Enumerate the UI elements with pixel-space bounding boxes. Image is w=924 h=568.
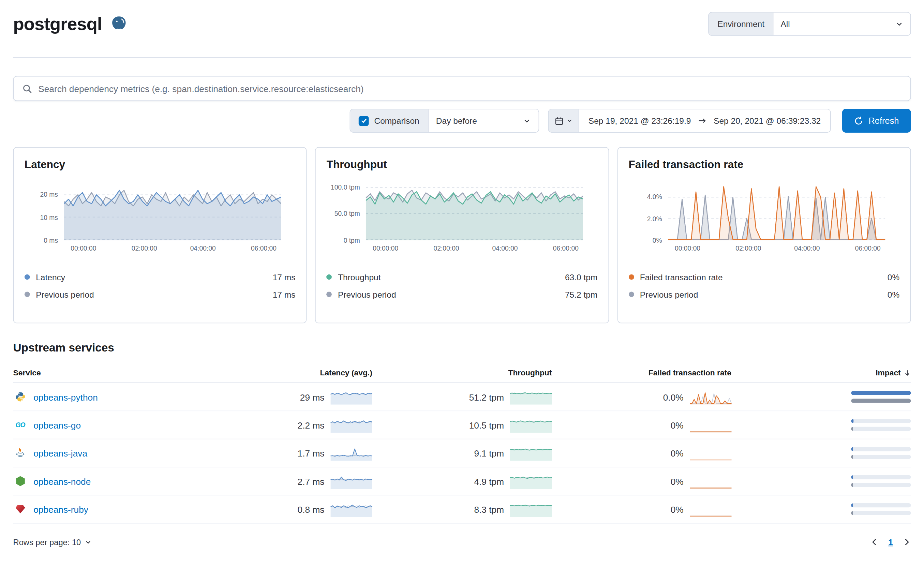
page-number[interactable]: 1 bbox=[888, 537, 893, 547]
x-axis-labels: 00:00:0002:00:0004:00:0006:00:00 bbox=[668, 242, 885, 254]
throughput-card: Throughput 0 tpm50.0 tpm100.0 tpm 00:00:… bbox=[315, 147, 608, 323]
quick-select-menu-button[interactable] bbox=[548, 109, 578, 132]
table-row: opbeans-python 29 ms 51.2 tpm 0.0% bbox=[13, 383, 911, 411]
impact-bars bbox=[851, 475, 911, 487]
checkbox-checked-icon[interactable] bbox=[359, 116, 369, 126]
latency-value: 2.2 ms bbox=[297, 420, 325, 430]
legend-value: 17 ms bbox=[273, 272, 296, 282]
latency-sparkline bbox=[331, 473, 372, 489]
table-footer: Rows per page: 10 1 bbox=[13, 533, 911, 551]
card-title: Throughput bbox=[327, 159, 598, 171]
legend-item[interactable]: Previous period 75.2 tpm bbox=[327, 286, 598, 303]
search-input[interactable] bbox=[38, 83, 902, 94]
sort-descending-icon bbox=[904, 369, 911, 376]
latency-value: 0.8 ms bbox=[297, 504, 325, 515]
y-axis-labels: 0 tpm50.0 tpm100.0 tpm bbox=[327, 180, 366, 240]
service-link[interactable]: opbeans-java bbox=[33, 448, 87, 458]
impact-previous-bar bbox=[851, 483, 853, 487]
table-header: Service Latency (avg.) Throughput Failed… bbox=[13, 363, 911, 383]
legend-label: Previous period bbox=[338, 290, 396, 299]
upstream-services-section: Upstream services Service Latency (avg.)… bbox=[13, 341, 911, 524]
latency-value: 2.7 ms bbox=[297, 476, 325, 486]
chevron-down-icon bbox=[566, 118, 572, 124]
latency-sparkline bbox=[331, 417, 372, 433]
throughput-sparkline bbox=[510, 473, 552, 489]
failed-rate-sparkline bbox=[689, 445, 731, 461]
legend-item[interactable]: Throughput 63.0 tpm bbox=[327, 268, 598, 286]
page-header: postgresql Environment All bbox=[13, 0, 911, 38]
throughput-sparkline bbox=[510, 417, 552, 433]
chart-legend: Throughput 63.0 tpm Previous period 75.2… bbox=[327, 268, 598, 303]
chart-legend: Latency 17 ms Previous period 17 ms bbox=[24, 268, 296, 303]
legend-label: Previous period bbox=[640, 290, 698, 299]
legend-item[interactable]: Latency 17 ms bbox=[24, 268, 296, 286]
chevron-down-icon bbox=[895, 20, 903, 28]
legend-item[interactable]: Failed transaction rate 0% bbox=[629, 268, 900, 286]
pagination: 1 bbox=[870, 537, 911, 547]
failed-rate-sparkline bbox=[689, 417, 731, 433]
legend-value: 75.2 tpm bbox=[565, 290, 598, 299]
legend-value: 0% bbox=[888, 290, 900, 299]
failed-transaction-rate-chart[interactable] bbox=[668, 180, 885, 240]
environment-select[interactable]: All bbox=[773, 13, 910, 35]
service-link[interactable]: opbeans-node bbox=[33, 476, 91, 486]
throughput-sparkline bbox=[510, 502, 552, 517]
impact-bars bbox=[851, 503, 911, 515]
comparison-checkbox[interactable]: Comparison bbox=[350, 109, 427, 132]
table-row: opbeans-node 2.7 ms 4.9 tpm 0% bbox=[13, 467, 911, 495]
latency-card: Latency 0 ms10 ms20 ms 00:00:0002:00:000… bbox=[13, 147, 307, 323]
legend-item[interactable]: Previous period 17 ms bbox=[24, 286, 296, 303]
column-header-throughput[interactable]: Throughput bbox=[372, 368, 552, 377]
latency-chart[interactable] bbox=[64, 180, 281, 240]
failed-rate-value: 0% bbox=[671, 448, 684, 458]
impact-current-bar bbox=[851, 475, 853, 479]
postgresql-elephant-logo bbox=[110, 15, 128, 33]
chevron-left-icon[interactable] bbox=[870, 538, 879, 547]
date-range-start[interactable]: Sep 19, 2021 @ 23:26:19.9 bbox=[589, 116, 691, 125]
chevron-right-icon[interactable] bbox=[903, 538, 911, 547]
y-axis-labels: 0 ms10 ms20 ms bbox=[24, 180, 64, 240]
rows-per-page-button[interactable]: Rows per page: 10 bbox=[13, 538, 92, 547]
service-link[interactable]: opbeans-ruby bbox=[33, 504, 88, 515]
impact-bars bbox=[851, 391, 911, 403]
legend-dot bbox=[629, 292, 634, 297]
comparison-period-select[interactable]: Day before bbox=[427, 109, 538, 132]
environment-label: Environment bbox=[709, 13, 773, 35]
environment-filter: Environment All bbox=[708, 12, 911, 36]
legend-dot bbox=[629, 275, 634, 280]
failed-rate-value: 0.0% bbox=[663, 392, 684, 402]
legend-dot bbox=[327, 292, 332, 297]
environment-value: All bbox=[781, 19, 790, 29]
column-header-latency[interactable]: Latency (avg.) bbox=[228, 368, 372, 377]
go-icon: GO bbox=[14, 419, 26, 431]
refresh-icon bbox=[854, 116, 863, 125]
legend-dot bbox=[24, 275, 30, 280]
refresh-button[interactable]: Refresh bbox=[842, 109, 911, 133]
date-range-end[interactable]: Sep 20, 2021 @ 06:39:23.32 bbox=[714, 116, 821, 125]
comparison-label: Comparison bbox=[374, 116, 419, 125]
column-header-impact[interactable]: Impact bbox=[731, 368, 911, 377]
rows-per-page-label: Rows per page: 10 bbox=[13, 538, 81, 547]
failed-rate-value: 0% bbox=[671, 476, 684, 486]
calendar-icon bbox=[554, 116, 563, 125]
throughput-sparkline bbox=[510, 445, 552, 461]
page-title: postgresql bbox=[13, 14, 102, 34]
throughput-chart[interactable] bbox=[366, 180, 583, 240]
service-link[interactable]: opbeans-python bbox=[33, 392, 98, 402]
arrow-right-icon bbox=[698, 116, 707, 125]
impact-previous-bar bbox=[851, 511, 853, 515]
legend-item[interactable]: Previous period 0% bbox=[629, 286, 900, 303]
card-title: Latency bbox=[24, 159, 296, 171]
column-header-failed-rate[interactable]: Failed transaction rate bbox=[552, 368, 731, 377]
throughput-value: 8.3 tpm bbox=[474, 504, 504, 515]
failed-transaction-rate-card: Failed transaction rate 0%2.0%4.0% 00:00… bbox=[617, 147, 911, 323]
legend-label: Failed transaction rate bbox=[640, 272, 723, 282]
impact-current-bar bbox=[851, 391, 911, 395]
impact-current-bar bbox=[851, 419, 853, 423]
search-bar[interactable] bbox=[13, 76, 911, 101]
throughput-value: 4.9 tpm bbox=[474, 476, 504, 486]
service-link[interactable]: opbeans-go bbox=[33, 420, 81, 430]
column-header-service[interactable]: Service bbox=[13, 368, 229, 377]
impact-bars bbox=[851, 447, 911, 459]
header-divider bbox=[13, 57, 911, 58]
